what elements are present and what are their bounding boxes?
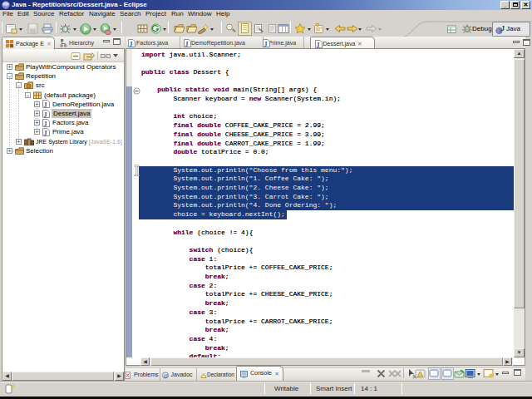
- svg-text:J: J: [185, 41, 189, 48]
- svg-text:J: J: [44, 101, 47, 109]
- svg-text:J: J: [44, 111, 47, 118]
- svg-text:J: J: [317, 42, 320, 49]
- svg-text:@: @: [164, 373, 169, 378]
- svg-text:J: J: [130, 41, 133, 48]
- svg-text:J: J: [264, 41, 268, 48]
- svg-text:J: J: [44, 120, 47, 127]
- svg-text:J: J: [44, 129, 47, 136]
- svg-text:J: J: [501, 25, 505, 32]
